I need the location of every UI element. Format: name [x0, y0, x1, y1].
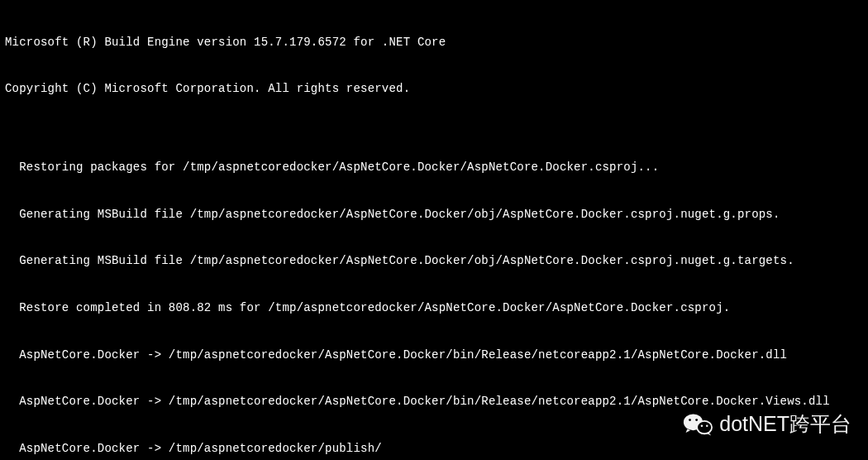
terminal-line: AspNetCore.Docker -> /tmp/aspnetcoredock… — [5, 441, 863, 457]
terminal-line: AspNetCore.Docker -> /tmp/aspnetcoredock… — [5, 394, 863, 410]
svg-point-5 — [689, 419, 691, 421]
wechat-icon — [683, 412, 713, 437]
svg-point-6 — [695, 419, 698, 421]
terminal-line: Restoring packages for /tmp/aspnetcoredo… — [5, 160, 863, 175]
terminal-line: Generating MSBuild file /tmp/aspnetcored… — [5, 253, 863, 269]
terminal-line: Generating MSBuild file /tmp/aspnetcored… — [5, 207, 863, 223]
svg-point-3 — [701, 425, 703, 428]
watermark: dotNET跨平台 — [683, 410, 851, 438]
terminal-line: Restore completed in 808.82 ms for /tmp/… — [5, 300, 863, 316]
terminal-output[interactable]: Microsoft (R) Build Engine version 15.7.… — [5, 3, 863, 460]
svg-point-2 — [698, 422, 711, 433]
terminal-line: AspNetCore.Docker -> /tmp/aspnetcoredock… — [5, 347, 863, 363]
svg-point-4 — [706, 425, 708, 428]
terminal-line: Copyright (C) Microsoft Corporation. All… — [5, 81, 863, 97]
terminal-line: Microsoft (R) Build Engine version 15.7.… — [5, 35, 863, 50]
watermark-text: dotNET跨平台 — [719, 410, 851, 438]
